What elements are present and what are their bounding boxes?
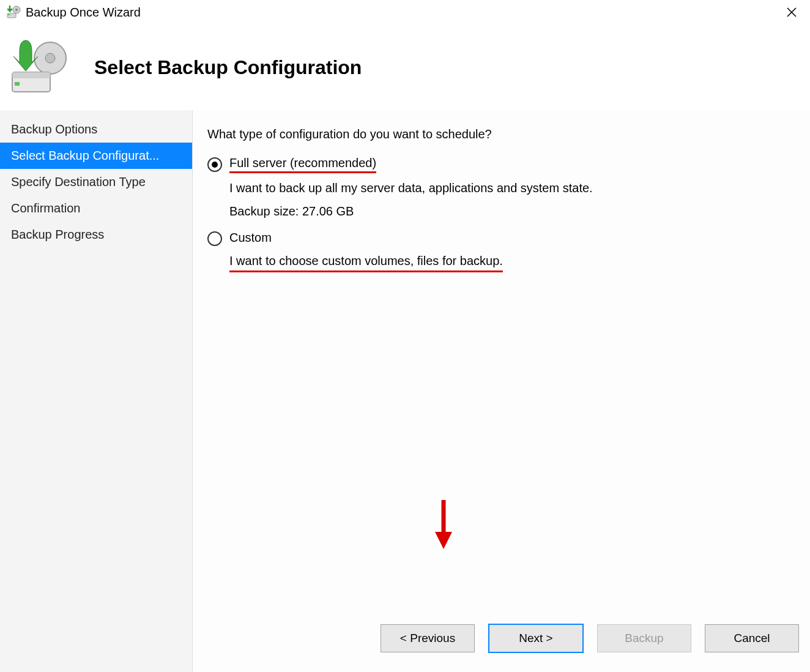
next-button[interactable]: Next > xyxy=(488,624,584,653)
radio-icon-unselected xyxy=(207,231,222,246)
custom-description: I want to choose custom volumes, files f… xyxy=(229,252,794,272)
backup-button: Backup xyxy=(597,624,691,652)
question-text: What type of configuration do you want t… xyxy=(207,127,794,141)
backup-large-icon xyxy=(9,37,70,98)
page-title: Select Backup Configuration xyxy=(94,56,362,79)
cancel-button[interactable]: Cancel xyxy=(705,624,799,652)
radio-custom[interactable]: Custom xyxy=(207,231,794,246)
wizard-body: Backup Options Select Backup Configurat.… xyxy=(0,110,810,672)
full-server-description: I want to back up all my server data, ap… xyxy=(229,179,794,196)
full-server-backup-size: Backup size: 27.06 GB xyxy=(229,203,794,220)
svg-point-7 xyxy=(45,53,55,63)
svg-rect-3 xyxy=(8,14,10,15)
radio-full-server-label: Full server (recommended) xyxy=(229,156,376,173)
sidebar-step-confirmation[interactable]: Confirmation xyxy=(0,195,192,222)
header: Select Backup Configuration xyxy=(0,24,810,110)
window-title: Backup Once Wizard xyxy=(26,6,141,20)
radio-full-server[interactable]: Full server (recommended) xyxy=(207,156,794,173)
svg-marker-12 xyxy=(435,532,452,549)
sidebar-step-backup-progress[interactable]: Backup Progress xyxy=(0,222,192,248)
radio-icon-selected xyxy=(207,157,222,172)
sidebar-step-backup-options[interactable]: Backup Options xyxy=(0,110,192,143)
radio-custom-label: Custom xyxy=(229,231,272,246)
wizard-content: What type of configuration do you want t… xyxy=(192,110,810,672)
wizard-steps-sidebar: Backup Options Select Backup Configurat.… xyxy=(0,110,192,672)
svg-rect-10 xyxy=(15,82,20,86)
sidebar-step-specify-destination-type[interactable]: Specify Destination Type xyxy=(0,169,192,195)
titlebar: Backup Once Wizard xyxy=(0,0,810,24)
close-icon xyxy=(787,7,797,17)
svg-point-1 xyxy=(15,9,18,11)
svg-rect-9 xyxy=(12,72,50,78)
backup-wizard-icon xyxy=(6,5,21,20)
wizard-footer: < Previous Next > Backup Cancel xyxy=(193,605,810,672)
close-button[interactable] xyxy=(779,0,804,24)
previous-button[interactable]: < Previous xyxy=(381,624,475,652)
annotation-arrow-icon xyxy=(434,499,453,549)
sidebar-step-select-backup-configuration[interactable]: Select Backup Configurat... xyxy=(0,143,192,169)
